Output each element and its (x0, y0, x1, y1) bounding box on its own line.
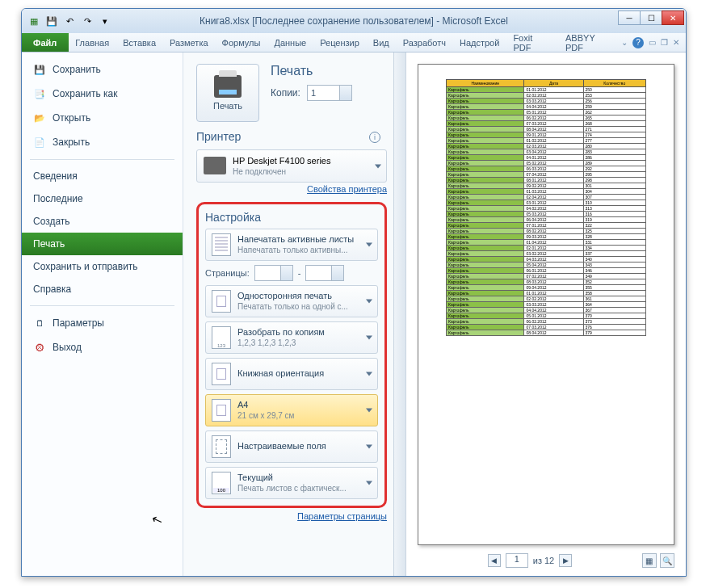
sidebar-label-save: Сохранить (53, 64, 101, 75)
saveas-icon: 📑 (33, 87, 46, 100)
print-button-label: Печать (213, 101, 242, 111)
tab-home[interactable]: Главная (69, 33, 116, 52)
sidebar-label-close: Закрыть (53, 136, 90, 148)
printer-selector[interactable]: HP Deskjet F4100 series Не подключен (196, 149, 387, 183)
sidebar-label-options: Параметры (53, 317, 104, 329)
orientation-selector[interactable]: Книжная ориентация (205, 358, 378, 390)
sidebar-item-open[interactable]: 📂Открыть (22, 106, 183, 130)
sidebar-item-recent[interactable]: Последние (22, 187, 183, 210)
sidebar-item-print[interactable]: Печать (22, 233, 183, 255)
app-window: ▦ 💾 ↶ ↷ ▾ Книга8.xlsx [Последнее сохране… (21, 8, 687, 577)
sidebar-item-exit[interactable]: ⮿Выход (22, 335, 183, 359)
minimize-button[interactable]: ─ (618, 10, 641, 25)
backstage-sidebar: 💾Сохранить 📑Сохранить как 📂Открыть 📄Закр… (22, 52, 183, 576)
pages-from-spinner[interactable] (254, 265, 293, 281)
tab-addins[interactable]: Надстрой (453, 33, 506, 52)
print-what-selector[interactable]: Напечатать активные листыНапечатать толь… (205, 229, 378, 261)
orientation-label: Книжная ориентация (237, 368, 324, 380)
sidebar-item-help[interactable]: Справка (22, 278, 183, 300)
printer-properties-link[interactable]: Свойства принтера (196, 184, 387, 194)
preview-table: Наименование Дата Количество Картофель01… (446, 79, 646, 336)
page-number-input[interactable]: 1 (506, 553, 528, 568)
info-icon[interactable]: i (369, 132, 380, 143)
prev-page-button[interactable]: ◀ (488, 554, 501, 567)
sidebar-label-saveas: Сохранить как (53, 88, 117, 99)
redo-icon[interactable]: ↷ (80, 14, 95, 28)
backstage-content: Печать Печать Копии: 1 Принтер i (183, 52, 686, 576)
printer-name: HP Deskjet F4100 series (233, 155, 330, 166)
chevron-down-icon (366, 300, 372, 304)
preview-header: Наименование (447, 80, 524, 87)
collate-label: Разобрать по копиям (237, 327, 325, 338)
sidebar-label-help: Справка (33, 284, 71, 295)
collate-icon (212, 326, 231, 349)
tab-review[interactable]: Рецензир (313, 33, 367, 52)
chevron-down-icon (366, 336, 372, 340)
printer-device-icon (204, 157, 226, 174)
doc-restore-icon[interactable]: ❐ (661, 38, 668, 47)
printer-status: Не подключен (233, 166, 330, 177)
undo-icon[interactable]: ↶ (62, 14, 77, 28)
sidebar-item-close[interactable]: 📄Закрыть (22, 130, 183, 154)
sidebar-label-exit: Выход (53, 342, 82, 353)
tab-file[interactable]: Файл (22, 33, 69, 52)
tab-layout[interactable]: Разметка (163, 33, 216, 52)
zoom-page-button[interactable]: 🔍 (660, 553, 674, 568)
paper-size-sub: 21 см x 29,7 см (237, 411, 294, 422)
tab-formulas[interactable]: Формулы (216, 33, 268, 52)
sidebar-item-share[interactable]: Сохранить и отправить (22, 255, 183, 278)
qat-dropdown-icon[interactable]: ▾ (98, 14, 112, 28)
tab-data[interactable]: Данные (267, 33, 313, 52)
tab-developer[interactable]: Разработч (397, 33, 453, 52)
page-setup-link[interactable]: Параметры страницы (196, 511, 387, 521)
sides-sub: Печатать только на одной с... (237, 302, 348, 313)
maximize-button[interactable]: ☐ (640, 10, 662, 25)
collate-sub: 1,2,3 1,2,3 1,2,3 (237, 338, 325, 349)
copies-value: 1 (311, 88, 316, 98)
doc-close-icon[interactable]: ✕ (673, 38, 679, 47)
tab-insert[interactable]: Вставка (116, 33, 163, 52)
show-margins-button[interactable]: ▦ (642, 553, 657, 568)
sides-label: Односторонняя печать (237, 291, 348, 302)
print-button[interactable]: Печать (196, 64, 259, 122)
copies-spinner[interactable]: 1 (307, 85, 352, 101)
ribbon-minimize-icon[interactable]: ▭ (649, 38, 656, 47)
settings-scrollbar[interactable] (393, 52, 406, 576)
next-page-button[interactable]: ▶ (559, 554, 572, 567)
page-total-label: из 12 (533, 556, 554, 565)
sidebar-item-options[interactable]: 🗒Параметры (22, 311, 183, 335)
tab-foxit[interactable]: Foxit PDF (506, 33, 559, 52)
sides-selector[interactable]: Односторонняя печатьПечатать только на о… (205, 285, 378, 317)
sidebar-label-share: Сохранить и отправить (33, 261, 138, 272)
ribbon-tabs: Файл Главная Вставка Разметка Формулы Да… (22, 33, 686, 52)
preview-header: Количество (583, 80, 646, 87)
sidebar-label-print: Печать (33, 238, 65, 250)
settings-highlight-box: Настройка Напечатать активные листыНапеч… (196, 202, 387, 508)
margins-selector[interactable]: Настраиваемые поля (205, 430, 378, 463)
sidebar-item-new[interactable]: Создать (22, 210, 183, 233)
save-icon[interactable]: 💾 (44, 14, 59, 28)
paper-size-selector[interactable]: A421 см x 29,7 см (205, 394, 378, 426)
print-section-title: Печать (271, 64, 387, 78)
titlebar: ▦ 💾 ↶ ↷ ▾ Книга8.xlsx [Последнее сохране… (22, 9, 686, 33)
print-preview-column: Наименование Дата Количество Картофель01… (406, 52, 686, 576)
sidebar-item-saveas[interactable]: 📑Сохранить как (22, 82, 183, 106)
printer-icon (214, 75, 242, 98)
scale-icon (212, 472, 231, 494)
sidebar-label-recent: Последние (33, 193, 83, 204)
print-preview-page: Наименование Дата Количество Картофель01… (418, 64, 674, 545)
chevron-down-icon (366, 372, 372, 376)
close-doc-icon: 📄 (33, 136, 46, 149)
sidebar-label-info: Сведения (33, 170, 78, 182)
help-icon[interactable]: ? (632, 37, 644, 48)
collate-selector[interactable]: Разобрать по копиям1,2,3 1,2,3 1,2,3 (205, 321, 378, 354)
pages-to-spinner[interactable] (305, 265, 344, 281)
sidebar-item-info[interactable]: Сведения (22, 165, 183, 187)
tab-abbyy[interactable]: ABBYY PDF (559, 33, 621, 52)
scaling-selector[interactable]: ТекущийПечать листов с фактическ... (205, 467, 378, 499)
pages-separator: - (298, 268, 301, 278)
close-button[interactable]: ✕ (662, 10, 684, 25)
sidebar-item-save[interactable]: 💾Сохранить (22, 57, 183, 82)
ribbon-customize-icon[interactable]: ⌄ (621, 38, 628, 47)
tab-view[interactable]: Вид (367, 33, 397, 52)
